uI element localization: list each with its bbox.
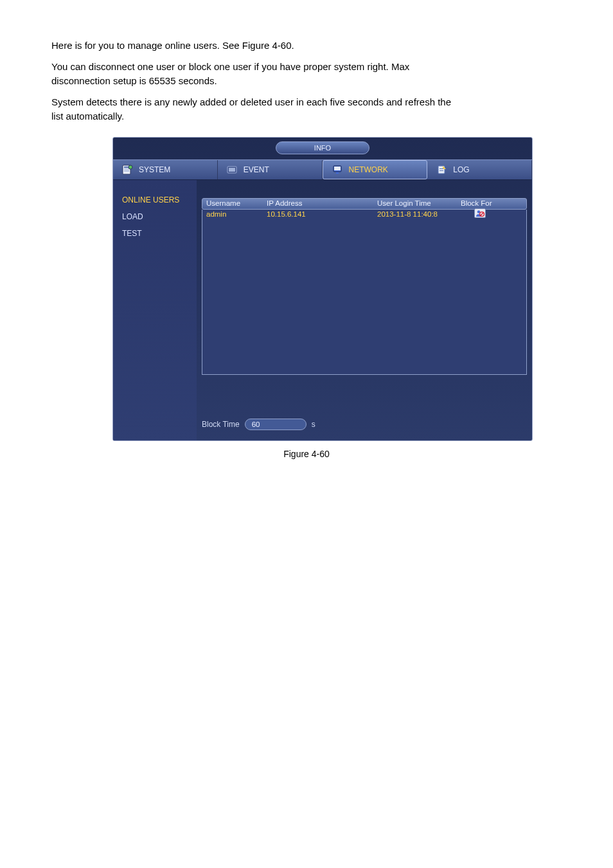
svg-rect-12 <box>440 170 443 171</box>
dialog-title: INFO <box>276 141 369 154</box>
para3-text-b: list automatically. <box>51 111 124 122</box>
cell-username: admin <box>202 209 267 220</box>
block-time-label: Block Time <box>202 419 240 430</box>
tab-system-label: SYSTEM <box>139 164 170 176</box>
svg-rect-2 <box>124 168 129 170</box>
side-nav: ONLINE USERS LOAD TEST <box>113 180 197 440</box>
svg-rect-9 <box>336 172 339 174</box>
intro-paragraph-1: Here is for you to manage online users. … <box>51 39 562 53</box>
intro-paragraph-3: System detects there is any newly added … <box>51 95 562 124</box>
sidebar-item-load[interactable]: LOAD <box>122 208 197 225</box>
tab-log-label: LOG <box>453 164 469 176</box>
cell-login-time: 2013-11-8 11:40:8 <box>377 209 461 220</box>
para2-text-a: You can disconnect one user or block one… <box>51 61 409 72</box>
cell-block-for <box>461 208 499 221</box>
intro-paragraph-2: You can disconnect one user or block one… <box>51 60 562 89</box>
col-username: Username <box>202 198 267 209</box>
cell-ip: 10.15.6.141 <box>267 209 377 220</box>
tab-strip: SYSTEM EVENT NETWORK LOG <box>113 159 532 180</box>
block-time-row: Block Time 60 s <box>202 417 315 431</box>
svg-rect-3 <box>124 170 129 172</box>
block-user-button[interactable] <box>474 208 486 218</box>
block-time-input[interactable]: 60 <box>245 419 306 430</box>
log-icon <box>436 165 448 175</box>
para3-text-a: System detects there is any newly added … <box>51 96 451 107</box>
tab-network[interactable]: NETWORK <box>323 160 428 179</box>
tab-event-label: EVENT <box>244 164 269 176</box>
system-icon <box>122 165 134 175</box>
user-list: admin 10.15.6.141 2013-11-8 11:40:8 <box>202 210 527 375</box>
para2-text-b: disconnection setup is 65535 seconds. <box>51 75 217 86</box>
svg-rect-11 <box>440 168 443 169</box>
col-ip: IP Address <box>267 198 377 209</box>
content-area: Username IP Address User Login Time Bloc… <box>197 180 532 440</box>
event-icon <box>227 165 238 175</box>
col-login-time: User Login Time <box>377 198 461 209</box>
sidebar-item-test[interactable]: TEST <box>122 225 197 242</box>
table-row[interactable]: admin 10.15.6.141 2013-11-8 11:40:8 <box>202 210 526 221</box>
info-dialog: INFO SYSTEM EVENT NETWORK <box>112 137 533 441</box>
svg-point-4 <box>129 165 132 169</box>
table-header-row[interactable]: Username IP Address User Login Time Bloc… <box>202 198 527 210</box>
col-block-for: Block For <box>461 198 499 209</box>
network-icon <box>332 165 344 175</box>
tab-log[interactable]: LOG <box>427 160 532 179</box>
sidebar-item-online-users[interactable]: ONLINE USERS <box>122 192 197 208</box>
tab-event[interactable]: EVENT <box>218 160 323 179</box>
figure-caption: Figure 4-60 <box>51 448 562 461</box>
tab-system[interactable]: SYSTEM <box>113 160 218 179</box>
block-time-unit: s <box>312 419 315 430</box>
svg-rect-8 <box>334 167 341 170</box>
svg-line-15 <box>481 212 484 215</box>
dialog-body: ONLINE USERS LOAD TEST Username IP Addre… <box>113 180 532 440</box>
svg-rect-6 <box>229 168 235 172</box>
tab-network-label: NETWORK <box>349 164 388 176</box>
